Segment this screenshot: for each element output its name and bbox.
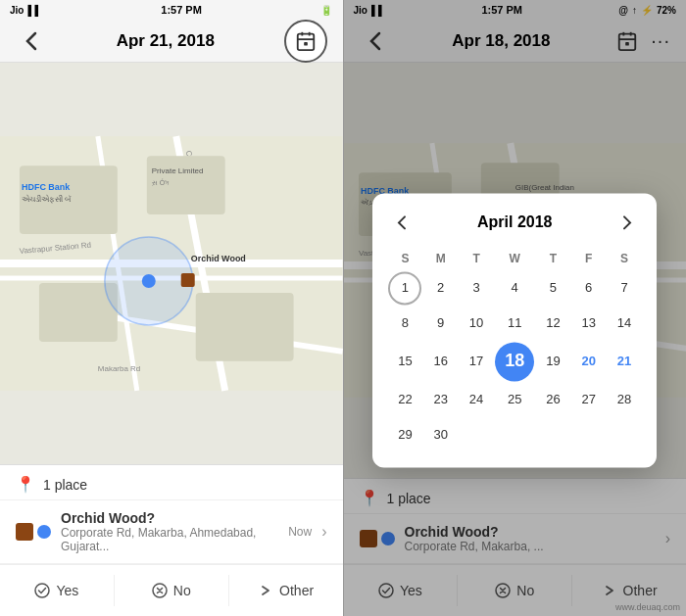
svg-rect-0: [297, 33, 314, 49]
cal-day-10[interactable]: 10: [460, 307, 493, 340]
cal-header: April 2018: [388, 209, 641, 236]
left-place-square-icon: [16, 523, 33, 541]
cal-day-8[interactable]: 8: [388, 307, 421, 340]
right-phone-panel: Jio ▌▌ 1:57 PM @ ↑ ⚡ 72% Apr 18, 2018: [344, 0, 687, 616]
svg-point-24: [142, 274, 156, 288]
cal-header-sat: S: [608, 248, 641, 269]
cal-day-1[interactable]: 1: [388, 271, 421, 305]
left-back-button[interactable]: [16, 25, 47, 57]
cal-header-sun: S: [388, 248, 421, 269]
left-carrier: Jio: [10, 5, 24, 16]
cal-day-25[interactable]: 25: [498, 383, 531, 416]
cal-day-9[interactable]: 9: [424, 307, 458, 340]
cal-day-20[interactable]: 20: [572, 345, 606, 378]
cal-day-13[interactable]: 13: [572, 307, 606, 340]
cal-day-21[interactable]: 21: [608, 345, 641, 378]
left-place-count: 1 place: [43, 477, 87, 493]
cal-day-18[interactable]: 18: [495, 342, 534, 381]
cal-day-30[interactable]: 30: [424, 418, 458, 451]
svg-text:Orchid Wood: Orchid Wood: [191, 254, 246, 263]
left-status-bar: Jio ▌▌ 1:57 PM 🔋: [0, 0, 343, 20]
left-calendar-icon: [295, 30, 317, 52]
svg-text:સ઼ Ó'ন: સ઼ Ó'ন: [152, 178, 171, 186]
cal-day-6[interactable]: 6: [572, 271, 606, 305]
left-place-info: Orchid Wood? Corporate Rd, Makarba, Ahme…: [61, 510, 278, 553]
cal-day-17[interactable]: 17: [460, 345, 493, 378]
left-place-name: Orchid Wood?: [61, 510, 278, 526]
cal-header-wed: W: [495, 248, 534, 269]
cal-header-mon: M: [424, 248, 458, 269]
cal-prev-button[interactable]: [388, 209, 416, 236]
cal-day-11[interactable]: 11: [498, 307, 531, 340]
left-location-icon: 📍: [16, 475, 35, 494]
cal-prev-icon: [397, 214, 407, 230]
left-bottom-panel: 📍 1 place Orchid Wood? Corporate Rd, Mak…: [0, 464, 343, 616]
cal-day-15[interactable]: 15: [388, 345, 421, 378]
left-map-svg: Vastrapur Station Rd Corporate Rd Makarb…: [0, 63, 343, 464]
cal-day-19[interactable]: 19: [536, 345, 569, 378]
cal-day-14[interactable]: 14: [608, 307, 641, 340]
left-yes-label: Yes: [56, 583, 78, 598]
cal-header-thu: T: [536, 248, 569, 269]
watermark: www.deuaq.com: [615, 602, 680, 612]
svg-text:HDFC Bank: HDFC Bank: [22, 182, 70, 192]
cal-day-16[interactable]: 16: [424, 345, 458, 378]
cal-day-26[interactable]: 26: [536, 383, 569, 416]
yes-check-icon: [34, 583, 50, 598]
svg-text:એચડીએફસી બૅ: એચડીએફસી બૅ: [22, 194, 72, 204]
left-other-button[interactable]: Other: [229, 575, 343, 606]
cal-day-28[interactable]: 28: [608, 383, 641, 416]
cal-day-24[interactable]: 24: [460, 383, 493, 416]
left-calendar-button[interactable]: [284, 20, 327, 63]
left-action-bar: Yes No Other: [0, 564, 343, 616]
svg-point-26: [35, 584, 49, 597]
svg-rect-25: [181, 273, 195, 287]
cal-day-3[interactable]: 3: [460, 271, 493, 305]
calendar-overlay: April 2018 S M T W T F S 1 2 3 4 5 6 7: [372, 193, 657, 467]
left-place-chevron-icon: ›: [321, 523, 326, 541]
left-place-address: Corporate Rd, Makarba, Ahmedabad, Gujara…: [61, 526, 278, 553]
left-phone-panel: Jio ▌▌ 1:57 PM 🔋 Apr 21, 2018: [0, 0, 343, 616]
left-back-icon: [25, 31, 37, 51]
other-chevron-icon: [258, 583, 273, 598]
cal-day-22[interactable]: 22: [388, 383, 421, 416]
svg-rect-4: [304, 41, 308, 45]
left-yes-button[interactable]: Yes: [0, 575, 115, 606]
cal-day-7[interactable]: 7: [608, 271, 641, 305]
cal-next-button[interactable]: [613, 209, 641, 236]
cal-day-2[interactable]: 2: [424, 271, 458, 305]
cal-header-tue: T: [460, 248, 493, 269]
cal-day-29[interactable]: 29: [388, 418, 421, 451]
left-place-icons: [16, 523, 51, 541]
svg-text:Private Limited: Private Limited: [152, 166, 204, 175]
left-time: 1:57 PM: [161, 4, 202, 16]
cal-day-23[interactable]: 23: [424, 383, 458, 416]
left-battery-icon: 🔋: [320, 5, 332, 16]
left-place-time: Now: [288, 525, 312, 539]
left-no-button[interactable]: No: [115, 575, 229, 606]
left-header-title: Apr 21, 2018: [117, 31, 215, 51]
cal-month-title: April 2018: [477, 213, 552, 231]
cal-day-12[interactable]: 12: [536, 307, 569, 340]
svg-rect-17: [196, 293, 294, 361]
cal-day-5[interactable]: 5: [536, 271, 569, 305]
cal-header-fri: F: [572, 248, 606, 269]
left-place-count-row: 📍 1 place: [0, 465, 343, 500]
cal-day-4[interactable]: 4: [498, 271, 531, 305]
left-other-label: Other: [279, 583, 314, 598]
left-place-circle-icon: [37, 525, 51, 539]
left-status-right: 🔋: [320, 5, 332, 16]
no-x-icon: [152, 583, 168, 598]
left-signal-icon: ▌▌: [27, 5, 41, 16]
left-status-left: Jio ▌▌: [10, 5, 42, 16]
left-header: Apr 21, 2018: [0, 20, 343, 63]
left-no-label: No: [173, 583, 191, 598]
left-map: Vastrapur Station Rd Corporate Rd Makarb…: [0, 63, 343, 464]
cal-day-27[interactable]: 27: [572, 383, 606, 416]
svg-text:Makarba Rd: Makarba Rd: [98, 364, 140, 373]
left-place-item[interactable]: Orchid Wood? Corporate Rd, Makarba, Ahme…: [0, 500, 343, 564]
cal-next-icon: [622, 214, 632, 230]
cal-grid: S M T W T F S 1 2 3 4 5 6 7 8 9 10 11 12…: [388, 248, 641, 451]
